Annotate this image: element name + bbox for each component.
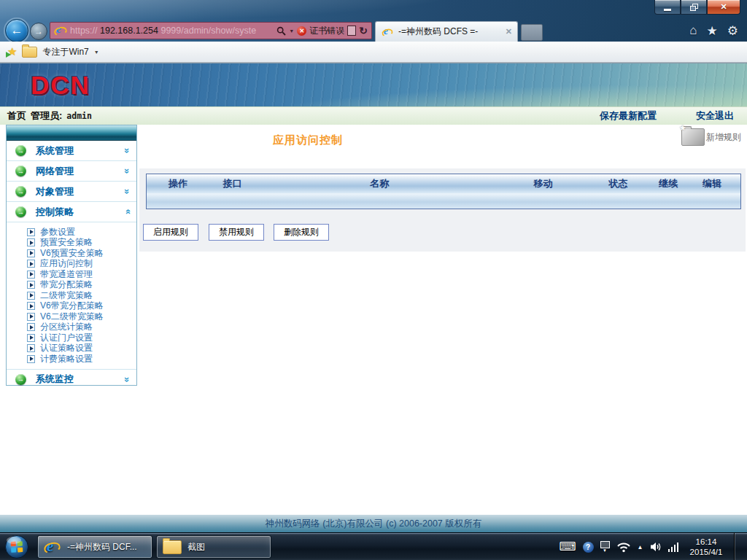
play-icon [27,292,35,300]
play-icon [27,344,35,352]
back-button[interactable]: ← [5,19,28,42]
minimize-icon [664,9,671,11]
settings-gear-icon[interactable]: ⚙ [727,23,738,39]
home-icon[interactable]: ⌂ [689,23,697,39]
favorites-folder-icon[interactable] [22,47,37,58]
sidebar-item-object-management[interactable]: → 对象管理 » [7,182,136,202]
forward-button[interactable]: → [30,23,47,40]
disable-rule-button[interactable]: 禁用规则 [209,224,264,241]
chevron-double-down-icon[interactable]: » [123,168,132,174]
url-host: 192.168.1.254 [100,26,158,36]
play-icon [27,249,35,257]
col-move: 移动 [503,177,584,190]
ie-icon [54,24,67,37]
chevron-double-down-icon[interactable]: » [123,376,132,381]
language-bar-icon[interactable]: ▼ [600,541,610,553]
home-link[interactable]: 首页 [7,109,26,122]
close-window-button[interactable]: ✕ [707,0,740,15]
sidebar-header-bar [7,125,136,141]
table-header-row: 操作 接口 名称 移动 状态 继续 编辑 [147,174,740,194]
restore-button[interactable] [681,0,707,15]
url-path: 9999/admin/show/syste [160,26,256,36]
clock-date: 2015/4/1 [685,547,727,557]
back-arrow-icon: ← [11,23,23,38]
taskbar-folder-title: 截图 [187,541,205,553]
new-tab-button[interactable] [521,24,543,41]
green-orb-icon: → [15,145,26,156]
taskbar-ie-window[interactable]: -=神州数码 DCF... [37,535,152,559]
green-orb-icon: → [15,206,26,217]
enable-rule-button[interactable]: 启用规则 [143,224,198,241]
keyboard-tray-icon[interactable]: ⌨ [559,541,576,553]
ie-icon [382,26,392,37]
wifi-icon[interactable] [616,541,631,553]
chevron-double-down-icon[interactable]: » [123,148,132,153]
cert-error-label[interactable]: 证书错误 [309,25,344,37]
play-icon [27,355,35,363]
browser-frame: ✕ ← → https:// 192.168.1.254 9999/admin/… [0,0,747,42]
window-controls: ✕ [654,0,740,15]
search-dropdown-caret-icon[interactable]: ▼ [289,28,294,34]
col-continue: 继续 [653,177,684,190]
admin-username: admin [66,111,92,121]
save-config-link[interactable]: 保存最新配置 [600,109,657,122]
col-edit: 编辑 [684,177,740,190]
address-bar[interactable]: https:// 192.168.1.254 9999/admin/show/s… [50,22,372,39]
windows-logo-icon [4,534,29,559]
delete-rule-button[interactable]: 删除规则 [274,224,329,241]
url-protocol: https:// [70,26,98,36]
close-icon: ✕ [720,2,727,12]
sidebar-item-system-management[interactable]: → 系统管理 » [7,141,136,161]
rules-table: 操作 接口 名称 移动 状态 继续 编辑 [146,174,741,209]
page-title: 应用访问控制 [239,133,377,147]
compatibility-view-icon[interactable] [347,26,356,36]
favorites-star-icon[interactable]: ★ [707,23,718,39]
url-text[interactable]: https:// 192.168.1.254 9999/admin/show/s… [70,26,274,36]
submenu-item-billing-policy[interactable]: 计费策略设置 [7,354,136,365]
search-icon[interactable] [276,26,286,36]
tab-title: -=神州数码 DCFS =- [398,26,501,38]
favorites-bar: ★ 专注于Win7 ▼ [0,42,747,63]
green-orb-icon: → [15,374,26,385]
col-interface: 接口 [209,177,256,190]
play-icon [27,334,35,342]
green-orb-icon: → [15,166,26,176]
add-favorite-icon[interactable]: ★ [7,45,17,58]
desktop: ✕ ← → https:// 192.168.1.254 9999/admin/… [0,0,747,560]
chevron-double-up-icon[interactable]: » [123,209,132,214]
start-button[interactable] [4,534,30,560]
taskbar: -=神州数码 DCF... 截图 ⌨ ? ▼ ▲ 16:14 2015/4/1 [0,532,747,560]
play-icon [27,228,35,236]
show-desktop-button[interactable] [734,533,744,560]
speaker-icon[interactable] [650,542,662,552]
signal-strength-icon[interactable] [668,542,679,552]
sidebar-item-network-management[interactable]: → 网络管理 » [7,161,136,182]
tab-close-icon[interactable]: ✕ [506,27,512,36]
sidebar-item-system-monitor[interactable]: → 系统监控 » [7,369,136,389]
play-icon [27,313,35,321]
play-icon [27,260,35,268]
help-tray-icon[interactable]: ? [583,542,594,553]
refresh-icon[interactable]: ↻ [359,26,368,36]
restore-icon [690,4,698,11]
admin-label: 管理员: [31,109,62,122]
add-rule-label: 新增规则 [706,131,741,144]
tray-clock[interactable]: 16:14 2015/4/1 [685,537,727,557]
favorites-folder-label[interactable]: 专注于Win7 [42,46,88,58]
logout-link[interactable]: 安全退出 [696,109,734,122]
taskbar-folder-window[interactable]: 截图 [156,535,271,559]
add-rule-button[interactable]: 新增规则 [681,128,741,146]
play-icon [27,238,35,246]
table-empty-row [147,194,740,209]
play-icon [27,302,35,310]
show-hidden-icons[interactable]: ▲ [638,544,643,551]
copyright-text: 神州数码网络 (北京)有限公司 (c) 2006-2007 版权所有 [266,518,482,530]
forward-arrow-icon: → [34,26,43,36]
sidebar-item-control-policy[interactable]: → 控制策略 » [7,202,136,222]
chevron-double-down-icon[interactable]: » [123,189,132,194]
minimize-button[interactable] [654,0,681,15]
col-operation: 操作 [147,177,209,190]
browser-tab[interactable]: -=神州数码 DCFS =- ✕ [375,21,518,42]
caret-down-icon: ▼ [94,50,99,55]
taskbar-ie-title: -=神州数码 DCF... [67,541,137,553]
